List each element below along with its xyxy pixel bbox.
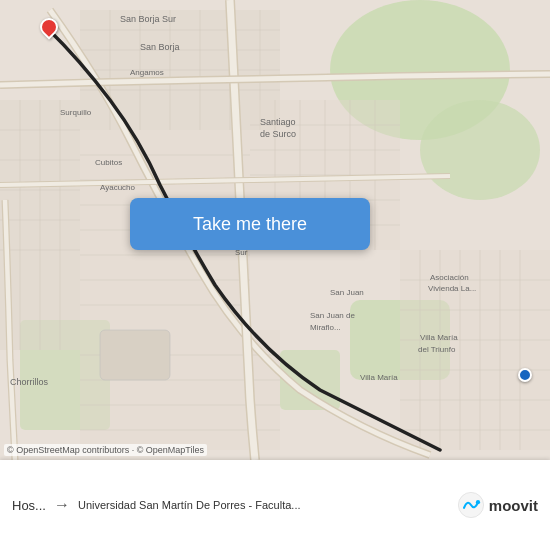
svg-text:de Surco: de Surco xyxy=(260,129,296,139)
origin-pin xyxy=(40,18,58,36)
moovit-logo: moovit xyxy=(457,491,538,519)
svg-text:San Borja: San Borja xyxy=(140,42,180,52)
svg-text:Villa María: Villa María xyxy=(420,333,458,342)
svg-text:San Juan: San Juan xyxy=(330,288,364,297)
svg-point-2 xyxy=(420,100,540,200)
svg-text:Chorrillos: Chorrillos xyxy=(10,377,49,387)
svg-point-86 xyxy=(476,500,480,504)
moovit-text-label: moovit xyxy=(489,497,538,514)
svg-text:Ayacucho: Ayacucho xyxy=(100,183,136,192)
take-me-there-button[interactable]: Take me there xyxy=(130,198,370,250)
bottom-bar: Hos... → Universidad San Martín De Porre… xyxy=(0,460,550,550)
take-me-there-label: Take me there xyxy=(193,214,307,235)
svg-text:San Juan de: San Juan de xyxy=(310,311,355,320)
svg-text:Asociación: Asociación xyxy=(430,273,469,282)
svg-text:Cubitos: Cubitos xyxy=(95,158,122,167)
to-stop-label: Universidad San Martín De Porres - Facul… xyxy=(78,499,449,511)
svg-text:Vivienda La...: Vivienda La... xyxy=(428,284,476,293)
svg-text:Villa María: Villa María xyxy=(360,373,398,382)
svg-rect-84 xyxy=(100,330,170,380)
svg-text:San Borja Sur: San Borja Sur xyxy=(120,14,176,24)
destination-dot xyxy=(518,368,532,382)
svg-text:Surquillo: Surquillo xyxy=(60,108,92,117)
svg-text:Santiago: Santiago xyxy=(260,117,296,127)
svg-text:Miraflo...: Miraflo... xyxy=(310,323,341,332)
map-attribution: © OpenStreetMap contributors · © OpenMap… xyxy=(4,444,207,456)
moovit-icon xyxy=(457,491,485,519)
from-stop-label: Hos... xyxy=(12,498,46,513)
arrow-icon: → xyxy=(54,496,70,514)
map-container: San Borja Sur San Borja Angamos Surquill… xyxy=(0,0,550,460)
svg-text:Angamos: Angamos xyxy=(130,68,164,77)
svg-text:del Triunfo: del Triunfo xyxy=(418,345,456,354)
